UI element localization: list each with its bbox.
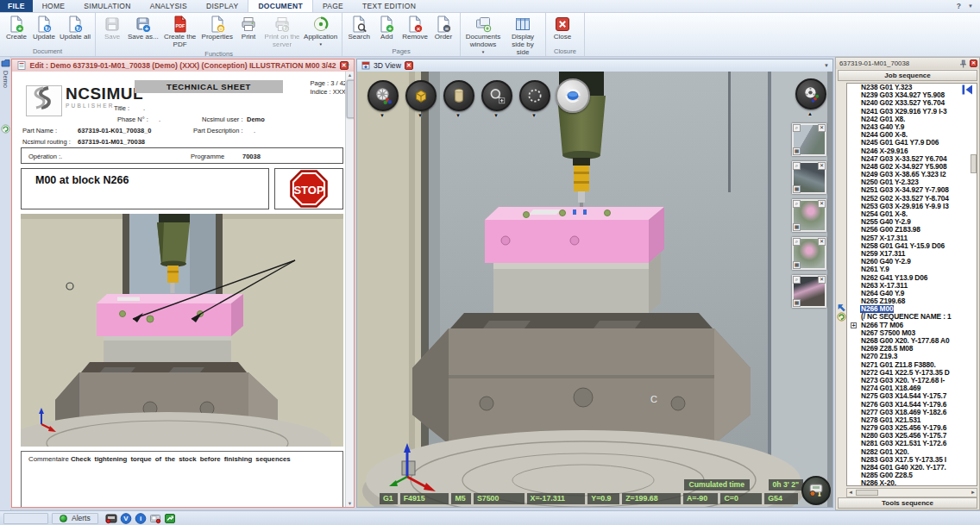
gcode-line[interactable]: N272 G41 X22.5 Y-173.35 D bbox=[847, 369, 977, 377]
gcode-line[interactable]: N259 X17.311 bbox=[847, 250, 977, 258]
history-icon[interactable] bbox=[1, 124, 10, 134]
thumbnail-zoom-icon[interactable]: ⌕ bbox=[793, 200, 801, 208]
gcode-line[interactable]: N285 G00 Z28.5 bbox=[847, 472, 977, 479]
thumbnail-zoom-icon[interactable]: ⌕ bbox=[793, 276, 801, 284]
zoom-button[interactable] bbox=[481, 80, 512, 111]
go-to-first-icon[interactable] bbox=[961, 84, 973, 96]
chevron-down-icon[interactable]: ▼ bbox=[824, 63, 829, 68]
gcode-line[interactable]: N277 G03 X18.469 Y-182.6 bbox=[847, 409, 977, 416]
gcode-line[interactable]: (/ NC SEQUENCE NAME : 1 bbox=[847, 313, 977, 321]
tab-text-edition[interactable]: TEXT EDITION bbox=[353, 0, 425, 12]
gcode-line[interactable]: +N266 T7 M06 bbox=[847, 322, 977, 329]
dock-tab-demo[interactable]: Demo bbox=[2, 71, 9, 88]
tab-document[interactable]: DOCUMENT bbox=[248, 0, 313, 12]
dropdown-caret-icon[interactable]: ▼ bbox=[380, 113, 385, 118]
pin-icon[interactable] bbox=[959, 59, 967, 68]
export-icon[interactable] bbox=[164, 513, 176, 524]
ribbon-button-order[interactable]: ≡Order bbox=[430, 14, 457, 41]
document-titlebar[interactable]: Edit : Demo 637319-01-M01_70038 (Demo) (… bbox=[12, 59, 354, 72]
orientation-button[interactable] bbox=[795, 78, 826, 109]
gcode-list[interactable]: N238 G01 Y.323N239 G03 X34.927 Y5.908N24… bbox=[846, 83, 977, 486]
thumbnail-zoom-icon[interactable]: ⌕ bbox=[793, 162, 801, 170]
ribbon-button-search[interactable]: Search bbox=[345, 14, 373, 41]
ribbon-button-remove[interactable]: ×Remove bbox=[400, 14, 430, 41]
dropdown-caret-icon[interactable]: ▼ bbox=[531, 113, 537, 118]
thumbnail-zoom-icon[interactable]: ⌕ bbox=[793, 124, 801, 132]
machine-alert-icon[interactable] bbox=[105, 513, 117, 524]
tab-home[interactable]: HOME bbox=[33, 0, 75, 12]
gcode-line[interactable]: N274 G01 X18.469 bbox=[847, 384, 977, 392]
gcode-line[interactable]: N286 X-20. bbox=[847, 479, 977, 486]
gcode-line[interactable]: N238 G01 Y.323 bbox=[847, 84, 977, 91]
chevron-down-icon[interactable]: ▼ bbox=[345, 63, 350, 68]
gcode-line[interactable]: N262 G41 Y13.9 D06 bbox=[847, 274, 977, 282]
folder-icon[interactable] bbox=[1, 59, 10, 67]
snapshot-thumbnail[interactable]: ⌕✕▦ bbox=[792, 275, 826, 308]
help-icon[interactable]: ? bbox=[957, 2, 961, 10]
ribbon-button-display-side-by-side[interactable]: Display side by side bbox=[503, 14, 543, 56]
ribbon-button-close[interactable]: Close bbox=[549, 14, 576, 41]
ribbon-button-create-the-pdf[interactable]: PDFCreate the PDF bbox=[160, 14, 200, 49]
expand-icon[interactable]: + bbox=[851, 322, 857, 328]
gcode-line[interactable]: N270 Z19.3 bbox=[847, 353, 977, 360]
gcode-line[interactable]: N260 G40 Y-2.9 bbox=[847, 258, 977, 266]
camera-alert-icon[interactable] bbox=[149, 513, 161, 524]
gcode-line[interactable]: N275 G03 X14.544 Y-175.7 bbox=[847, 392, 977, 400]
panel-titlebar[interactable]: 637319-01-M01_70038 ✕ bbox=[836, 58, 979, 69]
gcode-line[interactable]: N239 G03 X34.927 Y5.908 bbox=[847, 91, 977, 99]
scroll-left-icon[interactable]: ◄ bbox=[848, 490, 853, 495]
gcode-line[interactable]: N279 G03 X25.456 Y-179.6 bbox=[847, 424, 977, 432]
gcode-line[interactable]: N245 G01 G41 Y7.9 D06 bbox=[847, 139, 977, 147]
gcode-line[interactable]: N250 G01 Y-2.323 bbox=[847, 178, 977, 186]
rotate-view-button[interactable] bbox=[556, 78, 590, 113]
ribbon-button-create[interactable]: +Create bbox=[3, 14, 30, 41]
gcode-line[interactable]: N269 Z28.5 M08 bbox=[847, 345, 977, 353]
ribbon-button-add[interactable]: +Add bbox=[373, 14, 400, 41]
scroll-down-icon[interactable]: ▼ bbox=[346, 501, 354, 506]
machine-status-widget[interactable] bbox=[801, 476, 831, 505]
gcode-line[interactable]: N240 G02 X33.527 Y6.704 bbox=[847, 99, 977, 107]
thumbnail-close-icon[interactable]: ✕ bbox=[818, 276, 826, 284]
tab-analysis[interactable]: ANALYSIS bbox=[141, 0, 197, 12]
job-sequence-header[interactable]: Job sequence bbox=[838, 70, 977, 81]
gcode-line[interactable]: N246 X-29.916 bbox=[847, 147, 977, 155]
scrollbar-thumb[interactable] bbox=[856, 490, 878, 496]
horizontal-scrollbar[interactable]: ◄ ► bbox=[846, 488, 977, 497]
thumbnail-grid-icon[interactable]: ▦ bbox=[793, 261, 801, 269]
gcode-line[interactable]: N249 G03 X-38.65 Y.323 I2 bbox=[847, 171, 977, 178]
gcode-line[interactable]: N255 G40 Y-2.9 bbox=[847, 218, 977, 226]
ribbon-button-update[interactable]: ↻Update bbox=[30, 14, 58, 41]
thumbnail-grid-icon[interactable]: ▦ bbox=[793, 185, 801, 193]
gcode-line[interactable]: N267 S7500 M03 bbox=[847, 329, 977, 337]
dropdown-caret-icon[interactable]: ▼ bbox=[418, 113, 423, 118]
thumbnail-close-icon[interactable]: ✕ bbox=[818, 124, 826, 132]
gcode-line[interactable]: N243 G40 Y.9 bbox=[847, 123, 977, 131]
gcode-line[interactable]: N248 G02 X-34.927 Y5.908 bbox=[847, 163, 977, 171]
thumbnail-close-icon[interactable]: ✕ bbox=[818, 162, 826, 170]
tab-file[interactable]: FILE bbox=[0, 0, 33, 12]
gcode-line[interactable]: N247 G03 X-33.527 Y6.704 bbox=[847, 155, 977, 163]
gcode-line[interactable]: N241 G03 X29.916 Y7.9 I-3 bbox=[847, 108, 977, 116]
gcode-line[interactable]: N284 G01 G40 X20. Y-177. bbox=[847, 464, 977, 472]
gcode-line[interactable]: N281 G03 X21.531 Y-172.6 bbox=[847, 440, 977, 447]
gcode-line[interactable]: N256 G00 Z183.98 bbox=[847, 226, 977, 234]
gcode-line[interactable]: N271 G01 Z11.8 F3880. bbox=[847, 361, 977, 369]
tab-simulation[interactable]: SIMULATION bbox=[74, 0, 140, 12]
snapshot-thumbnail[interactable]: ⌕✕▦ bbox=[792, 161, 826, 194]
thumbnail-grid-icon[interactable]: ▦ bbox=[793, 299, 801, 307]
close-icon[interactable]: ✕ bbox=[405, 61, 413, 70]
ribbon-button-save-as[interactable]: +Save as... bbox=[126, 14, 160, 41]
gcode-line[interactable]: N280 G03 X25.456 Y-175.7 bbox=[847, 432, 977, 440]
stock-view-button[interactable] bbox=[443, 80, 474, 111]
gcode-line[interactable]: N264 G40 Y.9 bbox=[847, 290, 977, 297]
v-badge-icon[interactable]: V bbox=[120, 513, 132, 524]
view3d-viewport[interactable]: C ▼ ▼ ▼ ▼ ▼ bbox=[357, 72, 832, 507]
gcode-line[interactable]: N263 X-17.311 bbox=[847, 282, 977, 290]
gcode-line[interactable]: N283 G03 X17.5 Y-173.35 I bbox=[847, 456, 977, 464]
gcode-line[interactable]: N268 G00 X20. Y-177.68 A0 bbox=[847, 337, 977, 345]
gcode-line[interactable]: N261 Y.9 bbox=[847, 266, 977, 273]
snapshot-thumbnail[interactable]: ⌕✕▦ bbox=[792, 123, 826, 156]
gcode-line[interactable]: N282 G01 X20. bbox=[847, 448, 977, 456]
dropdown-caret-icon[interactable]: ▼ bbox=[493, 113, 499, 118]
solid-view-button[interactable] bbox=[405, 80, 437, 111]
